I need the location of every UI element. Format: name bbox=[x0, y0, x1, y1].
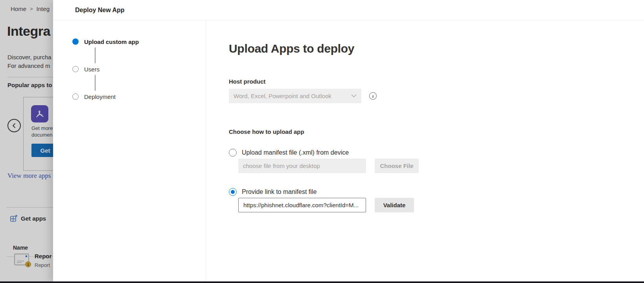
wizard-stepper: Upload custom app Users Deployment bbox=[53, 20, 206, 283]
step-label: Deployment bbox=[84, 93, 116, 100]
panel-content: Upload Apps to deploy Host product Word,… bbox=[206, 20, 644, 283]
step-label: Users bbox=[84, 66, 99, 73]
host-product-value: Word, Excel, Powerpoint and Outlook bbox=[234, 93, 348, 99]
step-users[interactable]: Users bbox=[72, 65, 206, 73]
choose-upload-label: Choose how to upload app bbox=[229, 128, 644, 135]
radio-unchecked-icon[interactable] bbox=[229, 149, 237, 157]
validate-button[interactable]: Validate bbox=[375, 198, 414, 212]
host-product-dropdown[interactable]: Word, Excel, Powerpoint and Outlook bbox=[229, 89, 361, 103]
deploy-new-app-panel: Deploy New App Upload custom app Users D… bbox=[53, 0, 644, 283]
radio-option-upload-from-device[interactable]: Upload manifest file (.xml) from device bbox=[229, 148, 644, 157]
content-heading: Upload Apps to deploy bbox=[229, 41, 644, 57]
radio-label: Upload manifest file (.xml) from device bbox=[242, 149, 349, 156]
panel-title: Deploy New App bbox=[75, 7, 125, 14]
step-deployment[interactable]: Deployment bbox=[72, 93, 206, 100]
step-upload-custom-app[interactable]: Upload custom app bbox=[72, 38, 206, 46]
info-icon[interactable]: i bbox=[369, 92, 377, 100]
manifest-link-input[interactable] bbox=[238, 198, 366, 212]
window-bottom-edge bbox=[0, 281, 644, 283]
step-connector bbox=[95, 47, 96, 63]
step-idle-dot-icon bbox=[72, 93, 79, 100]
step-label: Upload custom app bbox=[84, 38, 139, 45]
step-connector bbox=[95, 75, 96, 91]
radio-label: Provide link to manifest file bbox=[242, 188, 316, 195]
chevron-down-icon bbox=[351, 93, 357, 99]
radio-option-provide-link[interactable]: Provide link to manifest file bbox=[229, 188, 644, 196]
choose-file-button[interactable]: Choose File bbox=[375, 159, 419, 173]
manifest-file-input[interactable] bbox=[238, 159, 366, 173]
step-active-dot-icon bbox=[72, 38, 79, 45]
host-product-label: Host product bbox=[229, 78, 644, 85]
step-idle-dot-icon bbox=[72, 66, 79, 72]
radio-checked-icon[interactable] bbox=[229, 188, 237, 196]
panel-header: Deploy New App bbox=[53, 0, 644, 20]
